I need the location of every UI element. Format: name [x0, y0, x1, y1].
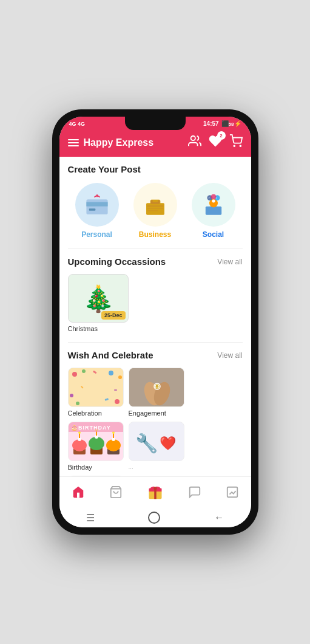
svg-point-24: [118, 375, 122, 379]
status-right: 14:57 ⬛58⚡: [203, 120, 241, 127]
celebration-img: [68, 368, 124, 407]
christmas-label: Christmas: [68, 325, 98, 332]
menu-button[interactable]: [68, 139, 79, 146]
svg-point-23: [109, 371, 113, 375]
create-post-title: Create Your Post: [68, 164, 141, 174]
svg-rect-8: [152, 200, 158, 202]
svg-rect-12: [205, 207, 221, 215]
shop-icon: [109, 485, 123, 502]
svg-rect-9: [147, 205, 163, 207]
personal-circle: [75, 183, 119, 227]
social-label: Social: [203, 230, 224, 239]
svg-point-22: [82, 369, 86, 373]
phone-screen: 4G 4G 14:57 ⬛58⚡ Happy Express: [59, 117, 251, 527]
wish-view-all[interactable]: View all: [217, 351, 242, 360]
upcoming-section: Upcoming Occassions View all 🎄 25-Dec Ch…: [59, 249, 251, 342]
menu-system-btn[interactable]: ☰: [86, 512, 95, 524]
gift-icon: [147, 483, 164, 504]
nav-chat[interactable]: [183, 484, 206, 503]
occasions-row: 🎄 25-Dec Christmas: [68, 273, 243, 337]
wish-item-birthday[interactable]: 🎂BIRTHDAY Birthday: [68, 422, 124, 471]
svg-point-73: [153, 487, 157, 490]
svg-rect-4: [86, 202, 107, 207]
business-circle: [133, 183, 177, 227]
system-bar: ☰ ←: [59, 509, 251, 527]
likes-badge: 2: [217, 131, 226, 140]
svg-point-27: [76, 402, 79, 405]
svg-point-26: [115, 399, 120, 404]
upcoming-title: Upcoming Occassions: [68, 256, 166, 267]
wish-header: Wish And Celebrate View all: [68, 350, 243, 360]
phone-notch: [125, 117, 186, 130]
personal-label: Personal: [81, 230, 112, 239]
social-circle: f t: [192, 183, 235, 227]
create-post-section: Create Your Post: [59, 157, 251, 248]
tools-label: ...: [129, 464, 133, 470]
upcoming-header: Upcoming Occassions View all: [68, 256, 243, 267]
post-item-personal[interactable]: Personal: [75, 183, 119, 239]
svg-point-1: [234, 145, 235, 146]
occasion-christmas[interactable]: 🎄 25-Dec Christmas: [68, 274, 129, 332]
business-label: Business: [139, 230, 171, 239]
nav-gift[interactable]: [142, 482, 169, 505]
svg-rect-10: [147, 208, 163, 209]
engagement-label: Engagement: [129, 409, 166, 417]
header-icons: 2: [188, 134, 243, 151]
wish-grid: Celebration: [68, 366, 243, 476]
scroll-area: Create Your Post: [59, 157, 251, 476]
svg-rect-11: [147, 210, 158, 211]
post-row: Personal: [68, 180, 243, 244]
app-header: Happy Express 2: [59, 129, 251, 157]
birthday-img: 🎂BIRTHDAY: [68, 422, 124, 461]
status-left: 4G 4G: [69, 121, 86, 127]
birthday-label: Birthday: [68, 464, 92, 471]
network-indicator: 4G 4G: [69, 121, 86, 127]
tools-img: 🔧 ❤️: [129, 422, 184, 461]
phone-frame: 4G 4G 14:57 ⬛58⚡ Happy Express: [52, 109, 258, 535]
svg-point-21: [72, 372, 77, 377]
nav-home[interactable]: [67, 484, 90, 503]
profile-icon[interactable]: [188, 134, 201, 151]
bottom-nav: [59, 476, 251, 509]
engagement-img: [129, 368, 184, 407]
home-icon: [72, 485, 85, 502]
wish-item-married[interactable]: Married! ✨ ⭐: [68, 476, 124, 476]
svg-rect-41: [79, 433, 80, 438]
nav-chart[interactable]: [221, 484, 244, 503]
create-post-header: Create Your Post: [68, 164, 243, 174]
svg-rect-31: [114, 389, 117, 391]
cart-icon[interactable]: [229, 134, 243, 151]
wish-title: Wish And Celebrate: [68, 350, 153, 360]
chat-icon: [188, 485, 201, 502]
chart-icon: [226, 485, 239, 502]
christmas-badge: 25-Dec: [101, 311, 126, 320]
upcoming-view-all[interactable]: View all: [217, 258, 242, 266]
wish-section: Wish And Celebrate View all: [59, 343, 251, 476]
battery-icon: ⬛58⚡: [221, 120, 241, 127]
svg-point-2: [240, 145, 241, 146]
svg-point-36: [155, 385, 159, 388]
svg-point-14: [212, 199, 215, 202]
svg-text:❤️: ❤️: [160, 435, 177, 451]
celebration-label: Celebration: [68, 409, 102, 417]
home-system-btn[interactable]: [148, 512, 160, 524]
svg-point-25: [70, 394, 73, 397]
app-title: Happy Express: [84, 137, 154, 148]
back-system-btn[interactable]: ←: [214, 512, 224, 523]
post-item-business[interactable]: Business: [133, 183, 177, 239]
svg-point-44: [89, 437, 104, 450]
svg-text:🎂BIRTHDAY: 🎂BIRTHDAY: [71, 424, 111, 431]
wish-item-celebration[interactable]: Celebration: [68, 368, 124, 417]
header-left: Happy Express: [68, 137, 154, 148]
svg-rect-3: [86, 199, 107, 214]
wish-item-tools[interactable]: 🔧 ❤️ ...: [129, 422, 184, 471]
post-item-social[interactable]: f t Social: [192, 183, 235, 239]
nav-shop[interactable]: [104, 484, 127, 503]
svg-rect-51: [113, 433, 114, 438]
likes-icon[interactable]: 2: [209, 134, 222, 151]
married-img: Married! ✨ ⭐: [68, 476, 124, 476]
time-display: 14:57: [203, 120, 219, 127]
christmas-img: 🎄 25-Dec: [68, 274, 129, 323]
svg-rect-5: [89, 208, 95, 211]
wish-item-engagement[interactable]: Engagement: [129, 368, 184, 417]
